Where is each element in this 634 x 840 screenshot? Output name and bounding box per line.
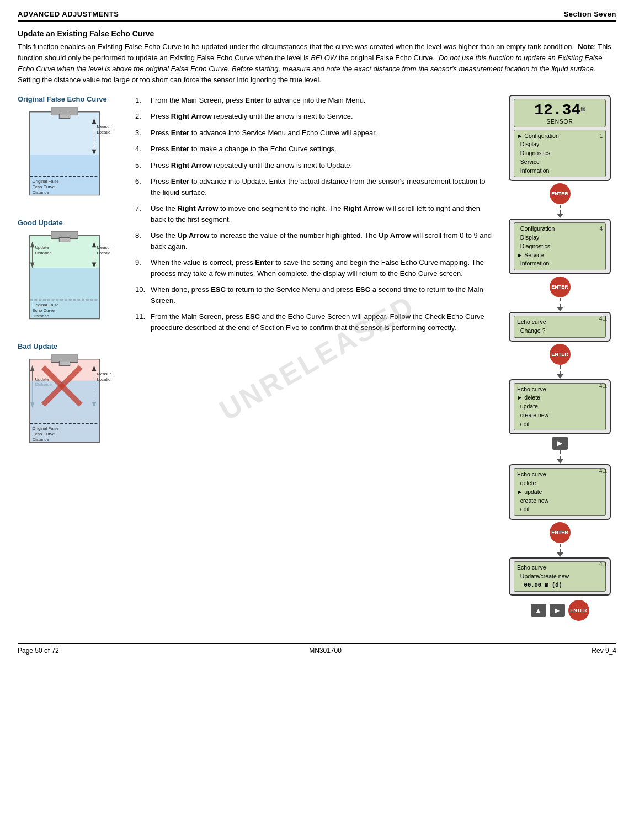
diagram1-label: Original False Echo Curve (18, 95, 125, 103)
menu5: Echo curve delete ► update create new ed… (514, 468, 606, 516)
warning-underline: Do not use this function to update an Ex… (18, 54, 602, 73)
step-1-text: From the Main Screen, press Enter to adv… (151, 95, 365, 106)
menu-item-info: Information (517, 167, 603, 176)
enter-button-5[interactable]: ENTER (568, 600, 589, 621)
diagram2-svg: Measurement Location Update Distance Ori… (18, 230, 111, 329)
step-1: 1. From the Main Screen, press Enter to … (135, 95, 493, 106)
enter-button-2[interactable]: ENTER (550, 277, 571, 297)
svg-text:Distance: Distance (33, 313, 49, 318)
step-6-num: 6. (135, 176, 146, 198)
menu4-update: update (517, 402, 603, 411)
enter-connector-4: ENTER (550, 522, 571, 557)
svg-text:Original False: Original False (33, 302, 59, 307)
menu4: Echo curve ► delete update create new ed… (514, 383, 606, 431)
steps-list: 1. From the Main Screen, press Enter to … (135, 95, 493, 333)
svg-text:Measurement: Measurement (97, 245, 111, 250)
step-6: 6. Press Enter to advance into Update. E… (135, 176, 493, 198)
diagram1-container: Original False Echo Curve Measurement Lo… (18, 95, 125, 208)
enter-button-3[interactable]: ENTER (550, 344, 571, 365)
svg-text:Echo Curve: Echo Curve (33, 184, 55, 189)
enter-button-4[interactable]: ENTER (550, 522, 571, 543)
svg-text:Location: Location (97, 129, 111, 134)
middle-column: 1. From the Main Screen, press Enter to … (125, 95, 503, 339)
step-1-num: 1. (135, 95, 146, 106)
menu-item-diag: Diagnostics (517, 149, 603, 158)
step-7-text: Use the Right Arrow to move one segment … (151, 203, 493, 225)
step-11: 11. From the Main Screen, press ESC and … (135, 311, 493, 333)
right-arrow-connector: ▶ (552, 436, 568, 464)
footer-left: Page 50 of 72 (18, 647, 59, 655)
main-content: UNRELEASED Original False Echo Curve Mea… (18, 95, 616, 621)
svg-rect-15 (59, 237, 70, 242)
step-4-num: 4. (135, 143, 146, 155)
screen3: 4.1 Echo curve Change ? (509, 312, 611, 342)
screen4-block: 4.1 Echo curve ► delete update create ne… (509, 379, 611, 435)
enter-btn-row-1: ENTER (550, 183, 571, 204)
step-3-text: Press Enter to advance into Service Menu… (151, 127, 377, 139)
svg-text:Location: Location (97, 250, 111, 255)
menu-item-config: ► Configuration1 (517, 132, 603, 141)
svg-text:Distance: Distance (33, 189, 49, 194)
screen5-block: 4.1 Echo curve delete ► update create ne… (509, 464, 611, 520)
left-column: Original False Echo Curve Measurement Lo… (18, 95, 125, 455)
menu2-config: Configuration4 (517, 225, 603, 233)
menu2-service: ► Service (517, 251, 603, 260)
up-arrow-button[interactable]: ▲ (531, 604, 546, 617)
step-5: 5. Press Right Arrow repeatedly until th… (135, 160, 493, 171)
step-10-text: When done, press ESC to return to the Se… (151, 284, 493, 306)
sensor-display: 12.34ft SENSOR (514, 99, 606, 127)
step-8-text: Use the Up Arrow to increase the value o… (151, 230, 493, 252)
step-3-num: 3. (135, 127, 146, 139)
svg-rect-2 (59, 114, 70, 118)
right-column: 12.34ft SENSOR ► Configuration1 Display … (503, 95, 616, 621)
screen5-num: 4.1 (599, 468, 607, 474)
menu2: Configuration4 Display Diagnostics ► Ser… (514, 222, 606, 270)
screen2-block: Configuration4 Display Diagnostics ► Ser… (509, 219, 611, 274)
diagram2-label: Good Update (18, 219, 125, 227)
arrow-down-4 (557, 459, 563, 464)
svg-text:Distance: Distance (35, 250, 51, 255)
svg-text:Original False: Original False (33, 179, 59, 184)
right-arrow-row: ▶ (552, 437, 568, 450)
svg-text:Measurement: Measurement (97, 124, 111, 129)
step-11-num: 11. (135, 311, 146, 333)
menu5-edit: edit (517, 505, 603, 514)
diagram3-svg: Measurement Location Update Distance Ori… (18, 354, 111, 453)
menu1: ► Configuration1 Display Diagnostics Ser… (514, 130, 606, 178)
diagram2-container: Good Update Measurement Location (18, 219, 125, 331)
menu6: Echo curve Update/create new 00.00 m (d) (514, 561, 606, 592)
enter-connector-2: ENTER (550, 276, 571, 311)
screen1-top: 12.34ft SENSOR ► Configuration1 Display … (509, 95, 611, 182)
screen6-num: 4.1 (599, 561, 607, 567)
menu6-echocurve: Echo curve (517, 563, 603, 572)
step-2-num: 2. (135, 111, 146, 122)
menu3-change: Change ? (517, 327, 603, 336)
dashed-line-3 (560, 365, 561, 374)
enter-connector-1: ENTER (550, 183, 571, 218)
step-6-text: Press Enter to advance into Update. Ente… (151, 176, 493, 198)
menu4-create: create new (517, 411, 603, 420)
step-10: 10. When done, press ESC to return to th… (135, 284, 493, 306)
menu6-value: 00.00 m (d) (517, 581, 603, 590)
right-arrow-button-2[interactable]: ▶ (550, 604, 565, 617)
svg-text:Location: Location (97, 376, 111, 381)
enter-button-1[interactable]: ENTER (550, 183, 571, 204)
right-col-inner: 12.34ft SENSOR ► Configuration1 Display … (503, 95, 616, 621)
menu2-display: Display (517, 233, 603, 242)
diagram3-label: Bad Update (18, 342, 125, 350)
right-arrow-button[interactable]: ▶ (552, 437, 568, 450)
menu4-edit: edit (517, 420, 603, 429)
step-5-num: 5. (135, 160, 146, 171)
big-number-display: 12.34ft (515, 102, 604, 119)
menu2-diag: Diagnostics (517, 242, 603, 251)
step-8: 8. Use the Up Arrow to increase the valu… (135, 230, 493, 252)
dashed-line-1 (560, 205, 561, 214)
svg-text:Measurement: Measurement (97, 371, 111, 376)
arrow-down-1 (557, 214, 563, 218)
dashed-line-5 (560, 544, 561, 552)
screen4-num: 4.1 (599, 383, 607, 389)
enter-btn-row-4: ENTER (550, 522, 571, 543)
screen6: 4.1 Echo curve Update/create new 00.00 m… (509, 557, 611, 596)
enter-btn-row-3: ENTER (550, 344, 571, 365)
page-header: ADVANCED ADJUSTMENTS Section Seven (18, 10, 616, 22)
